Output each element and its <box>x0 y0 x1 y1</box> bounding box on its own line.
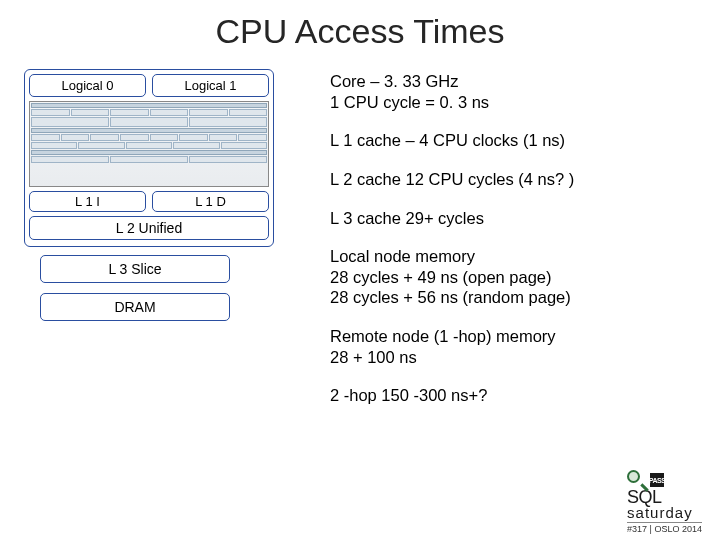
l2-fact: L 2 cache 12 CPU cycles (4 ns? ) <box>330 169 696 190</box>
pass-badge: PASS <box>650 473 664 487</box>
core-freq: Core – 3. 33 GHz <box>330 72 458 90</box>
l1i-box: L 1 I <box>29 191 146 212</box>
dram-box: DRAM <box>40 293 230 321</box>
logical-0-box: Logical 0 <box>29 74 146 97</box>
l3-slice-box: L 3 Slice <box>40 255 230 283</box>
local-mem-title: Local node memory <box>330 247 475 265</box>
slide-title: CPU Access Times <box>0 0 720 69</box>
core-box: Logical 0 Logical 1 L 1 I L 1 D L 2 Unif… <box>24 69 274 247</box>
logical-1-box: Logical 1 <box>152 74 269 97</box>
l1d-box: L 1 D <box>152 191 269 212</box>
magnifier-icon <box>627 470 647 490</box>
microarchitecture-diagram <box>29 101 269 187</box>
diagram-column: Logical 0 Logical 1 L 1 I L 1 D L 2 Unif… <box>24 69 274 424</box>
core-cycle: 1 CPU cycle = 0. 3 ns <box>330 93 489 111</box>
remote-mem-fact: Remote node (1 -hop) memory 28 + 100 ns <box>330 326 696 367</box>
saturday-text: saturday <box>627 504 693 521</box>
event-text: #317 | OSLO 2014 <box>627 522 702 534</box>
twohop-fact: 2 -hop 150 -300 ns+? <box>330 385 696 406</box>
content-row: Logical 0 Logical 1 L 1 I L 1 D L 2 Unif… <box>0 69 720 424</box>
l2-unified-box: L 2 Unified <box>29 216 269 240</box>
local-mem-open: 28 cycles + 49 ns (open page) <box>330 268 552 286</box>
local-mem-fact: Local node memory 28 cycles + 49 ns (ope… <box>330 246 696 308</box>
core-fact: Core – 3. 33 GHz 1 CPU cycle = 0. 3 ns <box>330 71 696 112</box>
l3-fact: L 3 cache 29+ cycles <box>330 208 696 229</box>
l1-fact: L 1 cache – 4 CPU clocks (1 ns) <box>330 130 696 151</box>
local-mem-rand: 28 cycles + 56 ns (random page) <box>330 288 571 306</box>
remote-mem-value: 28 + 100 ns <box>330 348 417 366</box>
footer-logo: PASS SQL saturday #317 | OSLO 2014 <box>627 470 702 534</box>
remote-mem-title: Remote node (1 -hop) memory <box>330 327 556 345</box>
facts-column: Core – 3. 33 GHz 1 CPU cycle = 0. 3 ns L… <box>274 69 696 424</box>
